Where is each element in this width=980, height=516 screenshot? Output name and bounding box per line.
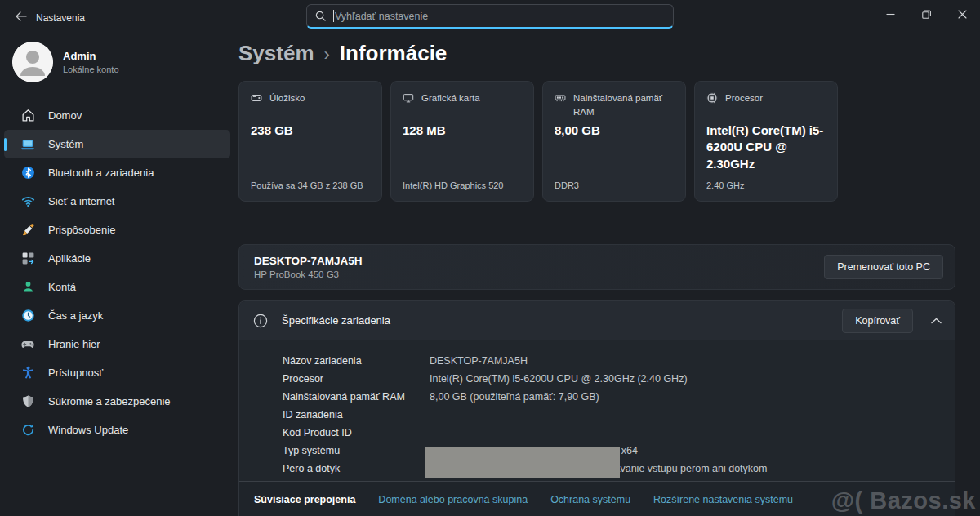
card-title: Úložisko bbox=[270, 91, 305, 105]
main-content: Systém › Informácie Úložisko 238 GB Použ… bbox=[238, 34, 956, 516]
cpu-icon bbox=[706, 92, 718, 104]
specs-header[interactable]: Špecifikácie zariadenia Kopírovať bbox=[239, 301, 955, 340]
breadcrumb: Systém › Informácie bbox=[238, 41, 447, 66]
sidebar-item-personalization[interactable]: Prispôsobenie bbox=[4, 216, 230, 244]
gpu-icon bbox=[403, 92, 414, 104]
personalization-icon bbox=[20, 223, 35, 238]
device-name: DESKTOP-7AMJA5H bbox=[254, 255, 824, 267]
person-avatar-icon bbox=[12, 42, 53, 82]
sidebar-item-network[interactable]: Sieť a internet bbox=[4, 187, 230, 216]
storage-card[interactable]: Úložisko 238 GB Používa sa 34 GB z 238 G… bbox=[238, 81, 382, 202]
sidebar-item-label: Prístupnosť bbox=[48, 367, 103, 379]
sidebar-item-accessibility[interactable]: Prístupnosť bbox=[4, 358, 230, 387]
cpu-card[interactable]: Procesor Intel(R) Core(TM) i5-6200U CPU … bbox=[694, 81, 838, 202]
link-domain-workgroup[interactable]: Doména alebo pracovná skupina bbox=[378, 494, 528, 505]
card-value: Intel(R) Core(TM) i5-6200U CPU @ 2.30GHz bbox=[706, 122, 829, 172]
sidebar-item-domov[interactable]: Domov bbox=[4, 101, 230, 130]
chevron-up-icon[interactable] bbox=[931, 318, 942, 324]
text-caret bbox=[333, 10, 334, 22]
device-header-card: DESKTOP-7AMJA5H HP ProBook 450 G3 Premen… bbox=[238, 244, 956, 290]
selected-accent-bar bbox=[4, 138, 7, 151]
back-arrow-icon bbox=[15, 11, 27, 21]
sidebar-item-system[interactable]: Systém bbox=[4, 130, 230, 158]
storage-icon bbox=[251, 92, 262, 104]
spec-row: Nainštalovaná pamäť RAM 8,00 GB (použite… bbox=[283, 388, 955, 406]
sidebar-item-gaming[interactable]: Hranie hier bbox=[4, 330, 230, 358]
ram-card[interactable]: Nainštalovaná pamäť RAM 8,00 GB DDR3 bbox=[542, 81, 686, 202]
sidebar-item-apps[interactable]: Aplikácie bbox=[4, 244, 230, 273]
sidebar-item-time-language[interactable]: Čas a jazyk bbox=[4, 301, 230, 330]
sidebar-item-windows-update[interactable]: Windows Update bbox=[4, 416, 230, 444]
info-cards: Úložisko 238 GB Používa sa 34 GB z 238 G… bbox=[238, 81, 838, 202]
restore-icon bbox=[922, 10, 931, 19]
sidebar-item-label: Systém bbox=[48, 138, 83, 150]
card-title: Procesor bbox=[725, 91, 763, 105]
spec-row: Kód Product ID bbox=[283, 424, 955, 442]
apps-icon bbox=[20, 251, 35, 266]
user-account-type: Lokálne konto bbox=[63, 64, 119, 74]
card-title: Grafická karta bbox=[421, 91, 480, 105]
spec-label: Pero a dotyk bbox=[283, 463, 430, 474]
titlebar: Nastavenia bbox=[0, 0, 980, 34]
sidebar-item-label: Kontá bbox=[48, 281, 76, 293]
link-advanced-system-settings[interactable]: Rozšírené nastavenia systému bbox=[653, 494, 793, 505]
sidebar-item-label: Hranie hier bbox=[48, 338, 100, 350]
breadcrumb-separator-icon: › bbox=[324, 44, 330, 65]
ram-icon bbox=[555, 92, 566, 104]
spec-label: ID zariadenia bbox=[283, 409, 430, 420]
spec-label: Typ systému bbox=[283, 445, 430, 456]
sidebar-item-label: Prispôsobenie bbox=[48, 224, 115, 236]
page-title: Informácie bbox=[340, 41, 448, 66]
window-controls bbox=[872, 0, 980, 28]
window-title: Nastavenia bbox=[36, 12, 85, 24]
minimize-button[interactable] bbox=[872, 0, 908, 28]
breadcrumb-parent[interactable]: Systém bbox=[238, 41, 314, 66]
spec-value: DESKTOP-7AMJA5H bbox=[430, 355, 528, 367]
related-links-label: Súvisiace prepojenia bbox=[254, 494, 355, 505]
sidebar-item-accounts[interactable]: Kontá bbox=[4, 273, 230, 301]
gpu-card[interactable]: Grafická karta 128 MB Intel(R) HD Graphi… bbox=[390, 81, 534, 202]
sidebar-item-privacy[interactable]: Súkromie a zabezpečenie bbox=[4, 387, 230, 416]
gaming-icon bbox=[20, 337, 35, 352]
home-icon bbox=[20, 109, 35, 123]
spec-row: Názov zariadenia DESKTOP-7AMJA5H bbox=[283, 352, 955, 370]
avatar[interactable] bbox=[12, 42, 53, 82]
card-value: 238 GB bbox=[251, 122, 373, 139]
bluetooth-icon bbox=[20, 166, 35, 180]
accessibility-icon bbox=[20, 366, 35, 380]
close-button[interactable] bbox=[944, 0, 980, 28]
privacy-icon bbox=[20, 394, 35, 409]
redacted-values-overlay bbox=[425, 447, 620, 478]
link-system-protection[interactable]: Ochrana systému bbox=[550, 494, 630, 505]
sidebar-item-label: Windows Update bbox=[48, 424, 128, 436]
card-value: 8,00 GB bbox=[555, 122, 677, 139]
search-icon bbox=[315, 11, 326, 21]
sidebar-item-label: Domov bbox=[48, 109, 82, 122]
sidebar-nav: Domov Systém Bluetooth a zariadenia Sieť… bbox=[4, 101, 230, 444]
spec-row: Procesor Intel(R) Core(TM) i5-6200U CPU … bbox=[283, 370, 955, 388]
restore-button[interactable] bbox=[908, 0, 944, 28]
spec-value: Intel(R) Core(TM) i5-6200U CPU @ 2.30GHz… bbox=[430, 373, 688, 385]
device-model: HP ProBook 450 G3 bbox=[254, 269, 824, 279]
card-footer: Používa sa 34 GB z 238 GB bbox=[251, 180, 375, 190]
rename-pc-button[interactable]: Premenovať toto PC bbox=[824, 255, 943, 279]
related-links-row: Súvisiace prepojenia Doména alebo pracov… bbox=[239, 481, 955, 516]
back-button[interactable] bbox=[8, 5, 33, 28]
spec-row: ID zariadenia bbox=[283, 406, 955, 424]
specs-body: Názov zariadenia DESKTOP-7AMJA5H Proceso… bbox=[239, 340, 955, 481]
search-box[interactable] bbox=[306, 4, 674, 29]
sidebar-item-label: Bluetooth a zariadenia bbox=[48, 167, 154, 179]
sidebar-item-label: Sieť a internet bbox=[48, 195, 114, 207]
spec-label: Názov zariadenia bbox=[283, 355, 430, 367]
card-footer: DDR3 bbox=[555, 180, 679, 190]
search-input[interactable] bbox=[335, 11, 665, 22]
copy-button[interactable]: Kopírovať bbox=[842, 309, 913, 333]
card-value: 128 MB bbox=[403, 122, 525, 139]
sidebar: Admin Lokálne konto Domov Systém Bluetoo… bbox=[0, 34, 238, 516]
info-icon bbox=[253, 314, 268, 328]
sidebar-item-bluetooth[interactable]: Bluetooth a zariadenia bbox=[4, 158, 230, 187]
spec-value: 8,00 GB (použiteľná pamäť: 7,90 GB) bbox=[430, 391, 599, 403]
network-icon bbox=[20, 194, 35, 209]
sidebar-item-label: Čas a jazyk bbox=[48, 309, 103, 322]
spec-label: Procesor bbox=[283, 373, 430, 385]
